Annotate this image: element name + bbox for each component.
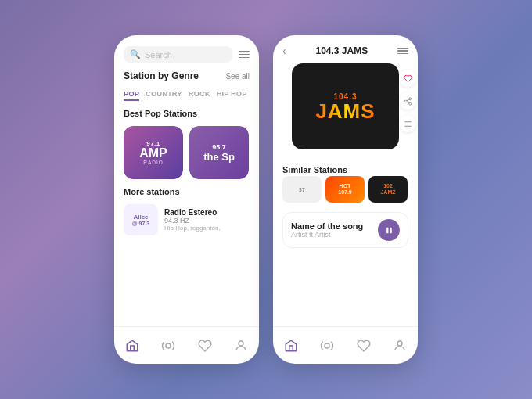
extra-label: 37 xyxy=(299,187,305,192)
genre-tabs: POP COUNTRY ROCK HIP HOP ELE xyxy=(124,89,250,101)
alice-station-freq: 94.3 HZ xyxy=(164,217,250,225)
sp-freq: 95.7 xyxy=(212,143,226,151)
np-info: Name of the song Artist ft Artist xyxy=(291,221,378,239)
rp-nav-home[interactable] xyxy=(284,339,298,353)
svg-point-4 xyxy=(408,102,411,105)
svg-line-6 xyxy=(406,99,408,100)
alice-station-info: Radio Estereo 94.3 HZ Hip Hop, reggantón… xyxy=(164,208,250,232)
svg-point-13 xyxy=(397,341,402,346)
svg-point-3 xyxy=(404,100,407,102)
left-phone: 🔍 Search Station by Genre See all POP CO… xyxy=(114,35,259,364)
see-all-link[interactable]: See all xyxy=(225,72,250,81)
jams-name: JAMS xyxy=(315,101,375,121)
np-artist: Artist ft Artist xyxy=(291,231,378,239)
rp-nav-radio[interactable] xyxy=(320,339,334,353)
rp-nav-heart[interactable] xyxy=(357,339,371,353)
amp-name: AMP xyxy=(139,147,167,160)
best-pop-title: Best Pop Stations xyxy=(124,109,250,118)
genre-tab-pop[interactable]: POP xyxy=(124,89,139,101)
back-button[interactable]: ‹ xyxy=(282,45,286,57)
search-bar: 🔍 Search xyxy=(124,46,250,63)
svg-point-12 xyxy=(325,343,329,348)
sp-name: the Sp xyxy=(203,151,235,163)
rp-station-title: 104.3 JAMS xyxy=(315,45,368,56)
alice-logo: Alice @ 97.3 xyxy=(124,204,158,235)
similar-hot107-card[interactable]: HOT107.9 xyxy=(325,176,365,203)
heart-action-btn[interactable] xyxy=(399,70,416,87)
side-actions xyxy=(399,70,416,132)
sp-radio-card[interactable]: 95.7 the Sp xyxy=(189,126,249,179)
alice-freq: @ 97.3 xyxy=(132,221,149,226)
left-bottom-nav xyxy=(114,326,259,364)
rp-nav-user[interactable] xyxy=(393,339,407,353)
play-pause-button[interactable] xyxy=(378,219,400,241)
svg-point-1 xyxy=(239,341,243,346)
alice-text-1: Alice xyxy=(133,214,148,221)
alice-station-desc: Hip Hop, reggantón, xyxy=(164,225,250,232)
genre-tab-rock[interactable]: ROCK xyxy=(189,89,210,101)
genre-section-header: Station by Genre See all xyxy=(124,70,250,81)
np-song-title: Name of the song xyxy=(291,221,378,231)
alice-station-item[interactable]: Alice @ 97.3 Radio Estereo 94.3 HZ Hip H… xyxy=(124,204,250,235)
svg-point-2 xyxy=(408,97,411,99)
nav-user[interactable] xyxy=(234,339,248,353)
hot107-label: HOT107.9 xyxy=(338,183,352,196)
amp-radio-card[interactable]: 97.1 AMP RADIO xyxy=(124,126,183,179)
right-phone: ‹ 104.3 JAMS 104.3 JAMS xyxy=(273,35,418,364)
search-input-wrap[interactable]: 🔍 Search xyxy=(124,46,232,63)
amp-sub: RADIO xyxy=(143,160,164,165)
more-stations-title: More stations xyxy=(124,187,250,196)
best-pop-stations-row: 97.1 AMP RADIO 95.7 the Sp xyxy=(124,126,250,179)
nav-radio[interactable] xyxy=(161,339,175,353)
station-logo-section: 104.3 JAMS xyxy=(282,63,408,156)
options-action-btn[interactable] xyxy=(399,115,416,132)
nav-heart[interactable] xyxy=(198,339,212,353)
jams-logo: 104.3 JAMS xyxy=(315,92,375,121)
similar-jamz-card[interactable]: 102JAMZ xyxy=(368,176,408,203)
genre-tab-hiphop[interactable]: HIP HOP xyxy=(217,89,247,101)
rp-menu-button[interactable] xyxy=(397,48,408,55)
right-bottom-nav xyxy=(273,326,418,364)
svg-rect-10 xyxy=(386,227,388,233)
now-playing-bar: Name of the song Artist ft Artist xyxy=(282,212,408,248)
similar-title: Similar Stations xyxy=(282,165,347,174)
menu-button[interactable] xyxy=(239,51,250,59)
alice-station-name: Radio Estereo xyxy=(164,208,250,217)
similar-extra-card[interactable]: 37 xyxy=(282,176,322,203)
svg-line-5 xyxy=(406,102,408,103)
nav-home[interactable] xyxy=(125,339,139,353)
search-placeholder: Search xyxy=(145,50,172,59)
jamz-label: 102JAMZ xyxy=(380,183,395,196)
genre-tab-country[interactable]: COUNTRY xyxy=(146,89,182,101)
svg-point-0 xyxy=(166,343,171,348)
genre-section-title: Station by Genre xyxy=(124,70,199,81)
similar-row: 37 HOT107.9 102JAMZ WPG95.5 xyxy=(282,176,408,203)
station-logo-big: 104.3 JAMS xyxy=(292,63,399,149)
rp-header: ‹ 104.3 JAMS xyxy=(273,35,418,63)
search-icon: 🔍 xyxy=(130,49,141,59)
share-action-btn[interactable] xyxy=(399,92,416,110)
similar-section: Similar Stations 37 HOT107.9 102JAMZ WPG… xyxy=(273,162,418,207)
svg-rect-11 xyxy=(390,227,391,233)
